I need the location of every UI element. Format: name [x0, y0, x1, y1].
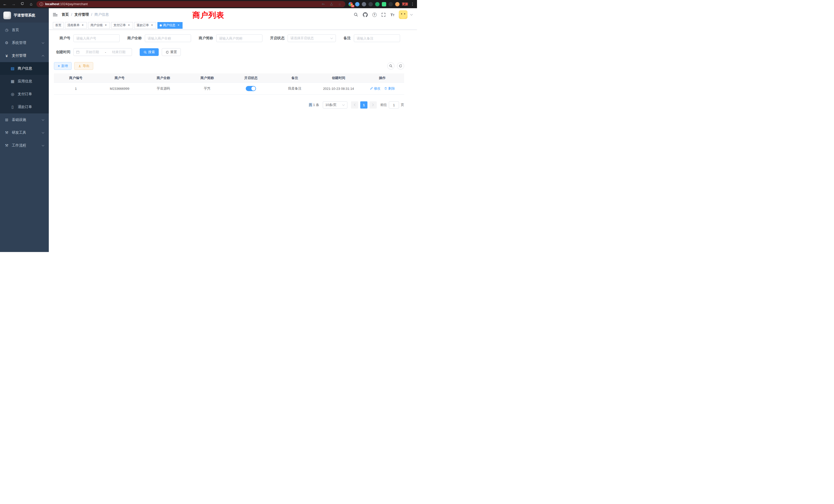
reset-button[interactable]: 重置	[162, 48, 181, 56]
sidebar-item-devtool[interactable]: ⚒ 研发工具	[0, 126, 49, 139]
sidebar-item-label: 研发工具	[12, 130, 26, 135]
close-icon[interactable]: ×	[104, 24, 108, 27]
ext-icon-6[interactable]	[382, 2, 386, 6]
browser-back-icon[interactable]: ←	[3, 2, 7, 6]
merchant-no-input[interactable]	[73, 35, 120, 42]
logo-image	[3, 12, 11, 19]
navbar-actions: ? TT	[353, 10, 413, 19]
search-button[interactable]: 搜索	[140, 48, 159, 56]
ext-icon-7[interactable]	[389, 2, 393, 6]
bookmark-star-icon[interactable]: ☆	[337, 2, 342, 7]
password-key-icon[interactable]	[321, 2, 326, 7]
browser-reload-icon[interactable]	[20, 2, 25, 6]
close-icon[interactable]: ×	[127, 24, 131, 27]
chevron-left-icon	[353, 104, 356, 106]
refresh-icon	[166, 50, 169, 54]
tab-refund-order[interactable]: 退款订单×	[134, 22, 156, 29]
sidebar-item-home[interactable]: ◷ 首页	[0, 24, 49, 37]
start-date-placeholder: 开始日期	[82, 50, 103, 54]
download-icon	[78, 64, 81, 68]
status-toggle[interactable]	[246, 86, 256, 91]
app-logo[interactable]: 芋道管理系统	[0, 8, 49, 23]
short-name-input[interactable]	[216, 35, 262, 42]
refresh-table-button[interactable]	[397, 62, 404, 70]
ext-icon-5[interactable]	[375, 2, 379, 6]
close-icon[interactable]: ×	[150, 24, 154, 27]
filter-form-row-2: 创建时间 开始日期 - 结束日期 搜索	[54, 48, 404, 56]
tags-view: 首页 流程表单× 用户分组× 支付订单× 退款订单× 商户信息×	[49, 21, 417, 30]
sidebar-item-pay[interactable]: ¥ 支付管理	[0, 49, 49, 62]
breadcrumb-current: 商户信息	[94, 12, 109, 17]
toggle-search-button[interactable]	[387, 62, 394, 70]
sidebar-item-workflow[interactable]: ⚒ 工作流程	[0, 139, 49, 152]
export-button[interactable]: 导出	[74, 62, 93, 70]
next-page-button[interactable]	[370, 101, 377, 109]
extensions-area: 10 更新 ⋮	[348, 2, 414, 6]
sidebar-item-label: 基础设施	[12, 117, 26, 122]
browser-home-icon[interactable]: ⌂	[29, 2, 34, 6]
share-icon[interactable]	[329, 2, 334, 7]
breadcrumb-home[interactable]: 首页	[62, 12, 69, 17]
ext-icon-3[interactable]	[362, 2, 366, 6]
url-text: localhost:1024/pay/merchant	[45, 2, 88, 6]
ext-icon-4[interactable]	[369, 2, 373, 6]
cell-merchant-no: M233666999	[98, 87, 142, 91]
breadcrumb-section[interactable]: 支付管理	[74, 12, 89, 17]
sidebar-item-system[interactable]: ⚙ 系统管理	[0, 37, 49, 49]
full-name-input[interactable]	[145, 35, 191, 42]
page-info-icon[interactable]	[40, 2, 43, 6]
create-time-range-picker[interactable]: 开始日期 - 结束日期	[73, 48, 132, 56]
target-icon: ◎	[10, 92, 15, 96]
col-header: 商户编号	[54, 76, 98, 80]
breadcrumb: 首页 / 支付管理 / 商户信息	[62, 12, 109, 17]
tab-process-form[interactable]: 流程表单×	[65, 22, 87, 29]
close-icon[interactable]: ×	[177, 24, 180, 27]
pagination-total: 共 1 条	[309, 102, 319, 107]
page-size-select[interactable]: 10条/页	[323, 101, 347, 109]
sidebar-item-pay-order[interactable]: ◎ 支付订单	[0, 88, 49, 100]
font-size-icon[interactable]: TT	[391, 13, 394, 17]
add-button[interactable]: + 新增	[54, 62, 72, 70]
yen-icon: ¥	[4, 54, 9, 58]
edit-link[interactable]: 修改	[370, 86, 380, 91]
ext-icon-1[interactable]: 10	[348, 2, 353, 6]
sidebar-item-app-info[interactable]: ▦ 应用信息	[0, 75, 49, 88]
sidebar-menu: ◷ 首页 ⚙ 系统管理 ¥ 支付管理 ▤ 商户信息 ▦ 应用信息	[0, 23, 49, 252]
cell-id: 1	[54, 87, 98, 91]
fullscreen-icon[interactable]	[381, 12, 386, 17]
address-bar[interactable]: localhost:1024/pay/merchant ☆	[37, 1, 345, 7]
user-dropdown-caret-icon[interactable]	[410, 13, 413, 16]
sidebar-item-infra[interactable]: ⊞ 基础设施	[0, 113, 49, 126]
sidebar-item-refund-order[interactable]: ▯ 退款订单	[0, 100, 49, 113]
browser-profile-avatar[interactable]	[395, 2, 399, 6]
ext-icon-2[interactable]	[355, 2, 359, 6]
prev-page-button[interactable]	[351, 101, 358, 109]
browser-update-button[interactable]: 更新	[402, 2, 408, 6]
app-title: 芋道管理系统	[14, 13, 35, 18]
search-icon[interactable]	[353, 12, 358, 17]
close-icon[interactable]: ×	[81, 24, 85, 27]
status-select[interactable]: 请选择开启状态	[288, 35, 336, 42]
sidebar-toggle-icon[interactable]	[53, 13, 58, 16]
col-header: 商户简称	[185, 76, 229, 80]
tab-pay-order[interactable]: 支付订单×	[111, 22, 133, 29]
browser-forward-icon[interactable]: →	[11, 2, 16, 6]
toolbox-icon: ⚒	[4, 130, 9, 135]
tab-merchant-info[interactable]: 商户信息×	[157, 22, 182, 29]
col-header: 操作	[360, 76, 404, 80]
breadcrumb-separator: /	[91, 13, 92, 17]
browser-menu-icon[interactable]: ⋮	[411, 2, 414, 6]
github-icon[interactable]	[363, 12, 368, 17]
chevron-down-icon	[330, 37, 333, 40]
remark-input[interactable]	[354, 35, 400, 42]
user-avatar[interactable]	[399, 10, 408, 19]
tab-home[interactable]: 首页	[53, 22, 64, 29]
sidebar-item-merchant-info[interactable]: ▤ 商户信息	[0, 62, 49, 75]
page-1-button[interactable]: 1	[360, 101, 368, 109]
help-icon[interactable]: ?	[372, 13, 377, 17]
grid-icon: ▦	[10, 79, 15, 84]
cell-full-name: 芋道源码	[141, 86, 185, 91]
goto-page-input[interactable]	[389, 101, 399, 109]
delete-link[interactable]: 删除	[384, 86, 395, 91]
tab-user-group[interactable]: 用户分组×	[88, 22, 110, 29]
